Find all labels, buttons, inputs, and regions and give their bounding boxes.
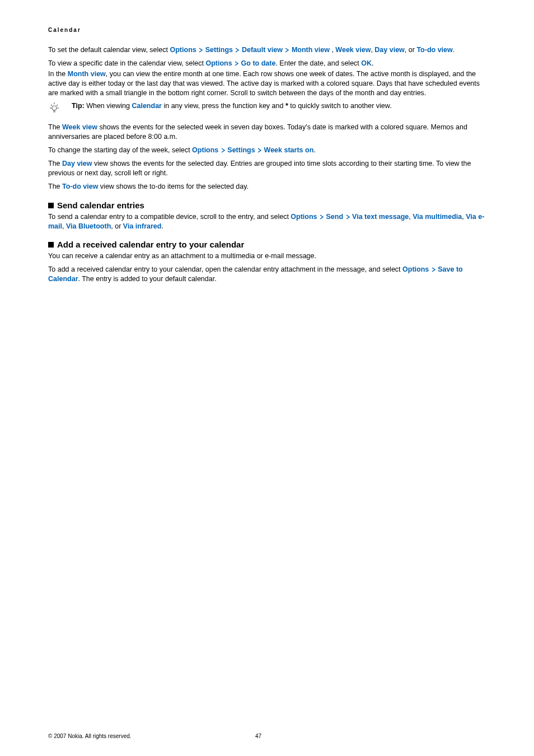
chevron-right-icon: [221, 148, 226, 153]
paragraph-month-view: In the Month view, you can view the enti…: [48, 69, 486, 98]
chevron-right-icon: [319, 214, 324, 220]
menu-month-view: Month view: [292, 46, 330, 54]
chevron-right-icon: [257, 148, 262, 153]
page-footer: © 2007 Nokia. All rights reserved. 47: [48, 733, 486, 739]
chevron-right-icon: [284, 48, 289, 53]
text: , or: [405, 46, 417, 54]
tip-lightbulb-icon: [48, 101, 72, 116]
menu-settings: Settings: [205, 46, 233, 54]
text: view shows the events for the selected d…: [48, 160, 471, 177]
svg-point-0: [52, 106, 57, 110]
heading-add-received: Add a received calendar entry to your ca…: [48, 240, 486, 249]
heading-text: Add a received calendar entry to your ca…: [57, 240, 244, 249]
paragraph-default-view: To set the default calendar view, select…: [48, 45, 486, 55]
menu-ok: OK: [361, 59, 372, 67]
menu-options: Options: [291, 213, 317, 221]
text: shows the events for the selected week i…: [48, 123, 467, 141]
svg-line-4: [51, 105, 52, 106]
menu-via-text: Via text message: [352, 213, 409, 221]
menu-options: Options: [402, 265, 429, 273]
chevron-right-icon: [234, 61, 239, 66]
paragraph-week-view: The Week view shows the events for the s…: [48, 123, 486, 142]
menu-default-view: Default view: [242, 46, 283, 54]
chevron-right-icon: [198, 48, 203, 53]
text: To change the starting day of the week, …: [48, 146, 192, 154]
text: When viewing: [86, 102, 132, 110]
text: .: [453, 46, 455, 54]
text: view shows the to-do items for the selec…: [98, 183, 249, 190]
text: .: [372, 59, 373, 67]
text: to quickly switch to another view.: [288, 102, 392, 110]
term-todo-view: To-do view: [62, 183, 98, 190]
text: To set the default calendar view, select: [48, 46, 170, 54]
menu-options: Options: [192, 146, 218, 154]
menu-settings: Settings: [227, 146, 255, 154]
chevron-right-icon: [235, 48, 240, 53]
paragraph-send-entry: To send a calendar entry to a compatible…: [48, 212, 486, 231]
section-header: Calendar: [48, 27, 486, 33]
heading-text: Send calendar entries: [57, 200, 144, 210]
menu-options: Options: [170, 46, 196, 54]
text: . The entry is added to your default cal…: [78, 275, 217, 283]
footer-page-number: 47: [255, 733, 261, 739]
paragraph-goto-date: To view a specific date in the calendar …: [48, 59, 486, 68]
heading-send-entries: Send calendar entries: [48, 200, 486, 210]
term-week-view: Week view: [62, 123, 97, 131]
text: .: [313, 146, 315, 154]
menu-goto-date: Go to date: [241, 59, 276, 67]
text: , or: [111, 222, 123, 230]
tip-block: Tip: When viewing Calendar in any view, …: [48, 101, 486, 116]
menu-day-view: Day view: [374, 46, 405, 54]
tip-label: Tip:: [72, 102, 86, 110]
paragraph-week-starts: To change the starting day of the week, …: [48, 146, 486, 155]
paragraph-receive-entry: You can receive a calendar entry as an a…: [48, 251, 486, 261]
svg-line-5: [57, 105, 58, 106]
text: ,: [330, 46, 335, 54]
menu-options: Options: [205, 59, 232, 67]
text: . Enter the date, and select: [275, 59, 361, 67]
paragraph-day-view: The Day view view shows the events for t…: [48, 159, 486, 178]
term-month-view: Month view: [68, 70, 106, 78]
square-bullet-icon: [48, 203, 54, 208]
menu-week-starts-on: Week starts on: [264, 146, 314, 154]
chevron-right-icon: [431, 267, 436, 272]
footer-copyright: © 2007 Nokia. All rights reserved.: [48, 733, 132, 739]
text: The: [48, 123, 62, 131]
paragraph-save-entry: To add a received calendar entry to your…: [48, 265, 486, 284]
text: In the: [48, 70, 68, 78]
text: You can receive a calendar entry as an a…: [48, 252, 316, 260]
menu-todo-view: To-do view: [416, 46, 452, 54]
menu-via-infrared: Via infrared: [123, 222, 162, 230]
term-day-view: Day view: [62, 160, 92, 167]
menu-send: Send: [326, 213, 344, 221]
text: To send a calendar entry to a compatible…: [48, 213, 291, 221]
paragraph-todo-view: The To-do view view shows the to-do item…: [48, 182, 486, 192]
text: To add a received calendar entry to your…: [48, 265, 402, 273]
menu-via-multimedia: Via multimedia: [413, 213, 462, 221]
text: To view a specific date in the calendar …: [48, 59, 205, 67]
text: , you can view the entire month at one t…: [48, 70, 480, 97]
text: ,: [62, 222, 66, 230]
text: .: [161, 222, 163, 230]
text: The: [48, 160, 62, 167]
chevron-right-icon: [345, 214, 350, 220]
text: The: [48, 183, 62, 190]
square-bullet-icon: [48, 242, 54, 248]
term-calendar: Calendar: [132, 102, 162, 110]
menu-via-bluetooth: Via Bluetooth: [66, 222, 111, 230]
text: in any view, press the function key and: [162, 102, 285, 110]
menu-week-view: Week view: [335, 46, 371, 54]
